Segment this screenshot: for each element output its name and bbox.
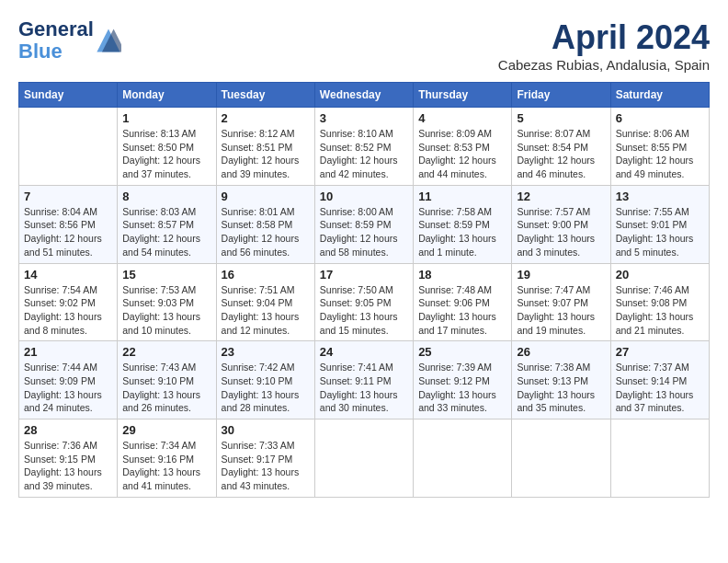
title-block: April 2024 Cabezas Rubias, Andalusia, Sp… [498, 18, 710, 73]
day-info: Sunrise: 8:09 AM Sunset: 8:53 PM Dayligh… [418, 127, 506, 181]
calendar-cell: 12Sunrise: 7:57 AM Sunset: 9:00 PM Dayli… [512, 185, 610, 263]
day-info: Sunrise: 7:38 AM Sunset: 9:13 PM Dayligh… [517, 361, 605, 415]
calendar-cell: 27Sunrise: 7:37 AM Sunset: 9:14 PM Dayli… [610, 341, 709, 419]
calendar-cell: 24Sunrise: 7:41 AM Sunset: 9:11 PM Dayli… [314, 341, 413, 419]
day-info: Sunrise: 8:01 AM Sunset: 8:58 PM Dayligh… [222, 205, 310, 259]
day-info: Sunrise: 7:34 AM Sunset: 9:16 PM Dayligh… [122, 439, 210, 493]
day-info: Sunrise: 7:46 AM Sunset: 9:08 PM Dayligh… [616, 283, 704, 338]
day-number: 22 [122, 345, 210, 359]
day-number: 10 [320, 190, 408, 203]
day-info: Sunrise: 7:47 AM Sunset: 9:07 PM Dayligh… [517, 283, 605, 338]
col-header-tuesday: Tuesday [216, 83, 314, 108]
day-number: 8 [122, 190, 210, 203]
location-subtitle: Cabezas Rubias, Andalusia, Spain [498, 57, 710, 73]
day-info: Sunrise: 7:41 AM Sunset: 9:11 PM Dayligh… [320, 361, 408, 415]
calendar-cell [19, 108, 118, 186]
day-info: Sunrise: 7:55 AM Sunset: 9:01 PM Dayligh… [616, 205, 704, 259]
day-info: Sunrise: 7:42 AM Sunset: 9:10 PM Dayligh… [222, 361, 310, 415]
calendar-cell: 14Sunrise: 7:54 AM Sunset: 9:02 PM Dayli… [19, 263, 118, 341]
col-header-monday: Monday [118, 83, 216, 108]
day-number: 27 [616, 345, 704, 359]
day-number: 4 [418, 111, 506, 125]
day-info: Sunrise: 7:53 AM Sunset: 9:03 PM Dayligh… [122, 283, 210, 338]
day-number: 2 [222, 111, 310, 125]
col-header-friday: Friday [512, 83, 610, 108]
calendar-cell [610, 419, 709, 498]
calendar-week-row: 21Sunrise: 7:44 AM Sunset: 9:09 PM Dayli… [19, 341, 710, 419]
calendar-cell: 20Sunrise: 7:46 AM Sunset: 9:08 PM Dayli… [610, 263, 709, 341]
calendar-cell: 10Sunrise: 8:00 AM Sunset: 8:59 PM Dayli… [314, 185, 413, 263]
day-number: 23 [222, 345, 310, 359]
day-number: 16 [222, 268, 310, 282]
calendar-cell: 28Sunrise: 7:36 AM Sunset: 9:15 PM Dayli… [19, 419, 118, 498]
day-number: 12 [517, 190, 605, 203]
calendar-cell: 11Sunrise: 7:58 AM Sunset: 8:59 PM Dayli… [414, 185, 512, 263]
calendar-cell: 23Sunrise: 7:42 AM Sunset: 9:10 PM Dayli… [216, 341, 314, 419]
day-number: 25 [418, 345, 506, 359]
day-info: Sunrise: 8:04 AM Sunset: 8:56 PM Dayligh… [24, 205, 112, 259]
day-info: Sunrise: 8:13 AM Sunset: 8:50 PM Dayligh… [122, 127, 210, 181]
day-number: 24 [320, 345, 408, 359]
day-number: 28 [24, 423, 112, 437]
day-number: 14 [24, 268, 112, 282]
day-info: Sunrise: 7:43 AM Sunset: 9:10 PM Dayligh… [122, 361, 210, 415]
col-header-wednesday: Wednesday [314, 83, 413, 108]
day-info: Sunrise: 7:51 AM Sunset: 9:04 PM Dayligh… [222, 283, 310, 338]
day-number: 15 [122, 268, 210, 282]
day-number: 18 [418, 268, 506, 282]
day-info: Sunrise: 8:12 AM Sunset: 8:51 PM Dayligh… [222, 127, 310, 181]
calendar-week-row: 7Sunrise: 8:04 AM Sunset: 8:56 PM Daylig… [19, 185, 710, 263]
day-number: 7 [24, 190, 112, 203]
day-number: 6 [616, 111, 704, 125]
calendar-cell [512, 419, 610, 498]
calendar-cell: 21Sunrise: 7:44 AM Sunset: 9:09 PM Dayli… [19, 341, 118, 419]
day-number: 11 [418, 190, 506, 203]
col-header-saturday: Saturday [610, 83, 709, 108]
day-number: 5 [517, 111, 605, 125]
col-header-sunday: Sunday [19, 83, 118, 108]
calendar-cell: 30Sunrise: 7:33 AM Sunset: 9:17 PM Dayli… [216, 419, 314, 498]
logo: GeneralBlue [18, 18, 121, 63]
day-info: Sunrise: 8:07 AM Sunset: 8:54 PM Dayligh… [517, 127, 605, 181]
header: GeneralBlue April 2024 Cabezas Rubias, A… [18, 18, 710, 73]
calendar-cell: 9Sunrise: 8:01 AM Sunset: 8:58 PM Daylig… [216, 185, 314, 263]
day-info: Sunrise: 7:37 AM Sunset: 9:14 PM Dayligh… [616, 361, 704, 415]
calendar-week-row: 28Sunrise: 7:36 AM Sunset: 9:15 PM Dayli… [19, 419, 710, 498]
day-number: 21 [24, 345, 112, 359]
day-number: 19 [517, 268, 605, 282]
calendar-cell: 18Sunrise: 7:48 AM Sunset: 9:06 PM Dayli… [414, 263, 512, 341]
month-title: April 2024 [498, 18, 710, 57]
calendar-cell: 15Sunrise: 7:53 AM Sunset: 9:03 PM Dayli… [118, 263, 216, 341]
day-number: 20 [616, 268, 704, 282]
day-info: Sunrise: 7:54 AM Sunset: 9:02 PM Dayligh… [24, 283, 112, 338]
calendar-cell: 16Sunrise: 7:51 AM Sunset: 9:04 PM Dayli… [216, 263, 314, 341]
day-info: Sunrise: 7:48 AM Sunset: 9:06 PM Dayligh… [418, 283, 506, 338]
col-header-thursday: Thursday [414, 83, 512, 108]
calendar-cell: 4Sunrise: 8:09 AM Sunset: 8:53 PM Daylig… [414, 108, 512, 186]
day-info: Sunrise: 8:00 AM Sunset: 8:59 PM Dayligh… [320, 205, 408, 259]
calendar-cell: 22Sunrise: 7:43 AM Sunset: 9:10 PM Dayli… [118, 341, 216, 419]
calendar-header-row: SundayMondayTuesdayWednesdayThursdayFrid… [19, 83, 710, 108]
calendar-cell: 1Sunrise: 8:13 AM Sunset: 8:50 PM Daylig… [118, 108, 216, 186]
calendar-cell: 19Sunrise: 7:47 AM Sunset: 9:07 PM Dayli… [512, 263, 610, 341]
day-number: 9 [222, 190, 310, 203]
calendar-cell: 26Sunrise: 7:38 AM Sunset: 9:13 PM Dayli… [512, 341, 610, 419]
calendar-cell: 2Sunrise: 8:12 AM Sunset: 8:51 PM Daylig… [216, 108, 314, 186]
day-info: Sunrise: 7:57 AM Sunset: 9:00 PM Dayligh… [517, 205, 605, 259]
day-number: 30 [222, 423, 310, 437]
day-number: 17 [320, 268, 408, 282]
calendar-cell [414, 419, 512, 498]
calendar-body: 1Sunrise: 8:13 AM Sunset: 8:50 PM Daylig… [19, 108, 710, 498]
day-info: Sunrise: 7:58 AM Sunset: 8:59 PM Dayligh… [418, 205, 506, 259]
day-number: 26 [517, 345, 605, 359]
calendar-week-row: 14Sunrise: 7:54 AM Sunset: 9:02 PM Dayli… [19, 263, 710, 341]
logo-text: GeneralBlue [18, 18, 94, 63]
calendar-cell: 13Sunrise: 7:55 AM Sunset: 9:01 PM Dayli… [610, 185, 709, 263]
day-info: Sunrise: 8:10 AM Sunset: 8:52 PM Dayligh… [320, 127, 408, 181]
calendar-cell: 29Sunrise: 7:34 AM Sunset: 9:16 PM Dayli… [118, 419, 216, 498]
calendar-cell: 5Sunrise: 8:07 AM Sunset: 8:54 PM Daylig… [512, 108, 610, 186]
calendar-cell: 6Sunrise: 8:06 AM Sunset: 8:55 PM Daylig… [610, 108, 709, 186]
calendar-cell: 17Sunrise: 7:50 AM Sunset: 9:05 PM Dayli… [314, 263, 413, 341]
day-info: Sunrise: 7:33 AM Sunset: 9:17 PM Dayligh… [222, 439, 310, 493]
calendar-cell: 8Sunrise: 8:03 AM Sunset: 8:57 PM Daylig… [118, 185, 216, 263]
